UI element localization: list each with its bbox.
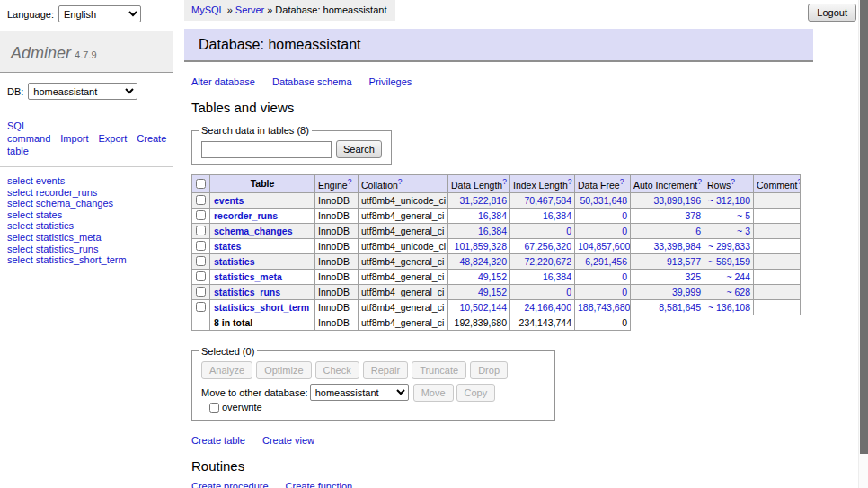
data-length-link[interactable]: 48,824,320 — [459, 256, 507, 267]
data-free-link[interactable]: 0 — [622, 271, 627, 282]
index-length-link[interactable]: 24,166,400 — [524, 302, 571, 313]
index-length-link[interactable]: 0 — [566, 226, 571, 236]
data-free-link[interactable]: 0 — [622, 226, 627, 236]
export-link[interactable]: Export — [98, 133, 127, 144]
sidebar-item-select-statistics[interactable]: select statistics — [7, 220, 166, 232]
rows-count-link[interactable]: ~ 5 — [737, 210, 750, 221]
index-length-link[interactable]: 72,220,672 — [524, 256, 571, 267]
link-create-procedure[interactable]: Create procedure — [191, 481, 269, 488]
data-length-link[interactable]: 31,522,816 — [459, 195, 507, 206]
db-link-alter-database[interactable]: Alter database — [191, 76, 255, 87]
sidebar-item-select-statistics-short-term[interactable]: select statistics_short_term — [7, 254, 166, 266]
table-name-link[interactable]: events — [214, 195, 244, 206]
data-length-link[interactable]: 10,502,144 — [459, 302, 507, 313]
logout-button[interactable]: Logout — [808, 4, 856, 22]
sidebar-item-select-states[interactable]: select states — [7, 209, 166, 221]
rows-count-link[interactable]: ~ 569,159 — [708, 256, 750, 267]
sidebar-item-select-events[interactable]: select events — [7, 175, 166, 187]
move-button[interactable]: Move — [413, 384, 454, 402]
data-length-link[interactable]: 49,152 — [478, 271, 507, 282]
row-checkbox[interactable] — [196, 256, 206, 266]
auto-increment-link[interactable]: 378 — [685, 210, 701, 221]
repair-button[interactable]: Repair — [363, 361, 408, 379]
auto-increment-link[interactable]: 39,999 — [672, 287, 701, 297]
help-link[interactable]: ? — [568, 177, 572, 186]
row-checkbox[interactable] — [196, 271, 206, 281]
rows-count-link[interactable]: ~ 299,833 — [708, 241, 750, 252]
link-create-table[interactable]: Create table — [191, 435, 245, 446]
rows-count-link[interactable]: ~ 628 — [726, 287, 750, 297]
row-checkbox[interactable] — [196, 302, 206, 312]
scrollbar-thumb[interactable] — [860, 0, 868, 454]
index-length-link[interactable]: 16,384 — [543, 271, 571, 282]
search-input[interactable] — [201, 141, 332, 158]
scrollbar[interactable] — [858, 0, 868, 488]
auto-increment-link[interactable]: 33,398,984 — [653, 241, 701, 252]
db-select[interactable]: homeassistant — [28, 83, 137, 100]
data-length-link[interactable]: 16,384 — [478, 226, 507, 236]
index-length-link[interactable]: 67,256,320 — [524, 241, 571, 252]
help-link[interactable]: ? — [502, 177, 507, 186]
row-checkbox[interactable] — [196, 195, 206, 205]
row-checkbox[interactable] — [196, 226, 206, 235]
optimize-button[interactable]: Optimize — [256, 361, 311, 379]
help-link[interactable]: ? — [620, 177, 624, 186]
help-link[interactable]: ? — [731, 177, 735, 186]
analyze-button[interactable]: Analyze — [201, 361, 252, 379]
auto-increment-link[interactable]: 325 — [685, 271, 701, 282]
data-free-link[interactable]: 188,743,680 — [578, 302, 630, 313]
auto-increment-link[interactable]: 6 — [695, 226, 701, 236]
move-db-select[interactable]: homeassistant — [310, 384, 409, 401]
sidebar-item-select-statistics-meta[interactable]: select statistics_meta — [7, 232, 166, 244]
rows-count-link[interactable]: ~ 244 — [726, 271, 750, 282]
link-create-function[interactable]: Create function — [286, 481, 353, 488]
data-free-link[interactable]: 50,331,648 — [580, 195, 627, 206]
index-length-link[interactable]: 16,384 — [543, 210, 571, 221]
drop-button[interactable]: Drop — [470, 361, 508, 379]
data-free-link[interactable]: 6,291,456 — [585, 256, 627, 267]
help-link[interactable]: ? — [348, 177, 352, 186]
table-name-link[interactable]: statistics — [214, 256, 255, 267]
row-checkbox[interactable] — [196, 287, 206, 297]
rows-count-link[interactable]: ~ 3 — [737, 226, 750, 236]
copy-button[interactable]: Copy — [456, 384, 496, 402]
data-length-link[interactable]: 101,859,328 — [455, 241, 507, 252]
sidebar-item-select-schema-changes[interactable]: select schema_changes — [7, 198, 166, 209]
row-checkbox[interactable] — [196, 241, 206, 251]
table-name-link[interactable]: recorder_runs — [214, 210, 278, 221]
truncate-button[interactable]: Truncate — [412, 361, 466, 379]
breadcrumb-link-mysql[interactable]: MySQL — [191, 4, 225, 15]
table-name-link[interactable]: schema_changes — [214, 226, 293, 236]
breadcrumb-link-server[interactable]: Server — [235, 4, 264, 15]
data-free-link[interactable]: 0 — [622, 210, 627, 221]
rows-count-link[interactable]: ~ 312,180 — [708, 195, 750, 206]
sidebar-item-select-statistics-runs[interactable]: select statistics_runs — [7, 244, 166, 255]
index-length-link[interactable]: 0 — [566, 287, 571, 297]
import-link[interactable]: Import — [60, 133, 88, 144]
db-link-privileges[interactable]: Privileges — [369, 76, 412, 87]
table-name-link[interactable]: states — [214, 241, 241, 252]
data-length-link[interactable]: 49,152 — [478, 287, 507, 297]
data-free-link[interactable]: 0 — [622, 287, 627, 297]
overwrite-checkbox[interactable] — [209, 403, 219, 413]
search-button[interactable]: Search — [336, 140, 382, 158]
table-name-link[interactable]: statistics_meta — [214, 271, 282, 282]
db-link-database-schema[interactable]: Database schema — [272, 76, 352, 87]
table-name-link[interactable]: statistics_runs — [214, 287, 280, 297]
help-link[interactable]: ? — [398, 177, 403, 186]
data-length-link[interactable]: 16,384 — [478, 210, 507, 221]
help-link[interactable]: ? — [798, 177, 801, 186]
check-button[interactable]: Check — [315, 361, 359, 379]
index-length-link[interactable]: 70,467,584 — [524, 195, 571, 206]
auto-increment-link[interactable]: 33,898,196 — [653, 195, 701, 206]
rows-count-link[interactable]: ~ 136,108 — [708, 302, 750, 313]
data-free-link[interactable]: 104,857,600 — [578, 241, 630, 252]
auto-increment-link[interactable]: 8,581,645 — [659, 302, 701, 313]
sql-command-link[interactable]: SQL command — [7, 120, 50, 144]
link-create-view[interactable]: Create view — [262, 435, 314, 446]
auto-increment-link[interactable]: 913,577 — [667, 256, 701, 267]
table-name-link[interactable]: statistics_short_term — [214, 302, 309, 313]
help-link[interactable]: ? — [697, 177, 702, 186]
row-checkbox[interactable] — [196, 210, 206, 220]
language-select[interactable]: English — [58, 5, 141, 22]
